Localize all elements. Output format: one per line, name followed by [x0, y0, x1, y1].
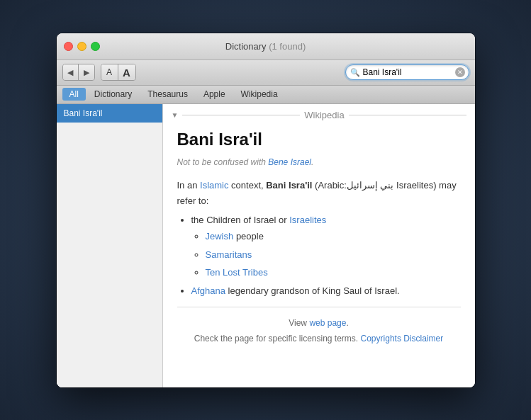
title-label: Dictionary	[225, 41, 267, 52]
subtitle-prefix: Not to be confused with	[177, 157, 266, 167]
traffic-lights	[64, 42, 100, 51]
footer-period: .	[346, 318, 348, 328]
search-box: 🔍 ✕	[345, 64, 469, 80]
content-area: Bani Isra'il ▼ Wikipedia Bani Isra'il No…	[57, 104, 475, 387]
main-list: the Children of Israel or Israelites Jew…	[191, 212, 461, 298]
tab-dictionary[interactable]: Dictionary	[87, 88, 139, 101]
jewish-link[interactable]: Jewish	[206, 231, 234, 242]
minimize-button[interactable]	[77, 42, 86, 51]
found-count: (1 found)	[269, 41, 306, 52]
close-button[interactable]	[64, 42, 73, 51]
footer-view: View	[289, 318, 307, 328]
titlebar: Dictionary (1 found)	[57, 33, 475, 60]
font-size-buttons: A A	[101, 64, 136, 81]
copyrights-link[interactable]: Copyrights	[361, 334, 401, 344]
israelites-link[interactable]: Israelites	[289, 215, 326, 225]
collapse-triangle[interactable]: ▼	[172, 111, 179, 119]
footer-line1: View web page.	[177, 316, 461, 331]
list-item-2: Afghana legendary grandson of King Saul …	[191, 283, 461, 298]
font-large-button[interactable]: A	[118, 64, 135, 80]
maximize-button[interactable]	[91, 42, 100, 51]
app-window: Dictionary (1 found) ◀ ▶ A A 🔍 ✕ All Dic…	[57, 33, 475, 387]
article-body: In an Islamic context, Bani Isra'il (Ara…	[177, 178, 461, 346]
samaritans-link[interactable]: Samaritans	[206, 249, 252, 260]
body-bold: Bani Isra'il	[266, 180, 312, 191]
jewish-text: people	[236, 231, 264, 242]
tab-apple[interactable]: Apple	[196, 88, 233, 101]
sidebar-item[interactable]: Bani Isra'il	[57, 104, 162, 123]
footer-line2: Check the page for specific licensing te…	[177, 331, 461, 347]
list-item-1-pre: the Children of Israel or	[191, 215, 287, 225]
section-title: Wikipedia	[304, 110, 344, 120]
forward-button[interactable]: ▶	[79, 64, 94, 80]
tab-all[interactable]: All	[62, 88, 86, 101]
section-line-left	[182, 115, 300, 115]
islamic-link[interactable]: Islamic	[200, 180, 228, 191]
ten-lost-tribes-link[interactable]: Ten Lost Tribes	[206, 267, 268, 278]
sub-list: Jewish people Samaritans Ten Lost Tribes	[206, 229, 461, 280]
sidebar: Bani Isra'il	[57, 104, 163, 387]
section-header: ▼ Wikipedia	[163, 104, 475, 126]
search-clear-button[interactable]: ✕	[455, 67, 465, 77]
disclaimer-link[interactable]: Disclaimer	[403, 334, 443, 344]
footer-check: Check the page for specific licensing te…	[194, 334, 358, 344]
intro-paragraph: In an Islamic context, Bani Isra'il (Ara…	[177, 178, 461, 208]
window-title: Dictionary (1 found)	[225, 41, 306, 52]
article-content: Bani Isra'il Not to be confused with Ben…	[163, 126, 475, 361]
tab-wikipedia[interactable]: Wikipedia	[234, 88, 285, 101]
article-main-title: Bani Isra'il	[177, 126, 461, 153]
toolbar: ◀ ▶ A A 🔍 ✕	[57, 60, 475, 86]
article-pane: ▼ Wikipedia Bani Isra'il Not to be confu…	[163, 104, 475, 387]
back-button[interactable]: ◀	[63, 64, 79, 80]
tab-thesaurus[interactable]: Thesaurus	[140, 88, 195, 101]
sub-item-ten-tribes: Ten Lost Tribes	[206, 265, 461, 280]
afghana-link[interactable]: Afghana	[191, 285, 225, 296]
footer-section: View web page. Check the page for specif…	[177, 307, 461, 346]
list-item-1: the Children of Israel or Israelites Jew…	[191, 212, 461, 280]
section-line-right	[349, 115, 466, 115]
article-subtitle: Not to be confused with Bene Israel.	[177, 156, 461, 169]
nav-buttons: ◀ ▶	[62, 64, 95, 81]
font-small-button[interactable]: A	[101, 64, 118, 80]
source-tabs: All Dictionary Thesaurus Apple Wikipedia	[57, 86, 475, 104]
search-input[interactable]	[345, 64, 469, 80]
list-item-2-text: legendary grandson of King Saul of Israe…	[228, 285, 400, 296]
web-page-link[interactable]: web page	[309, 318, 346, 328]
sub-item-jewish: Jewish people	[206, 229, 461, 244]
subtitle-link[interactable]: Bene Israel	[268, 157, 311, 167]
sub-item-samaritans: Samaritans	[206, 247, 461, 262]
